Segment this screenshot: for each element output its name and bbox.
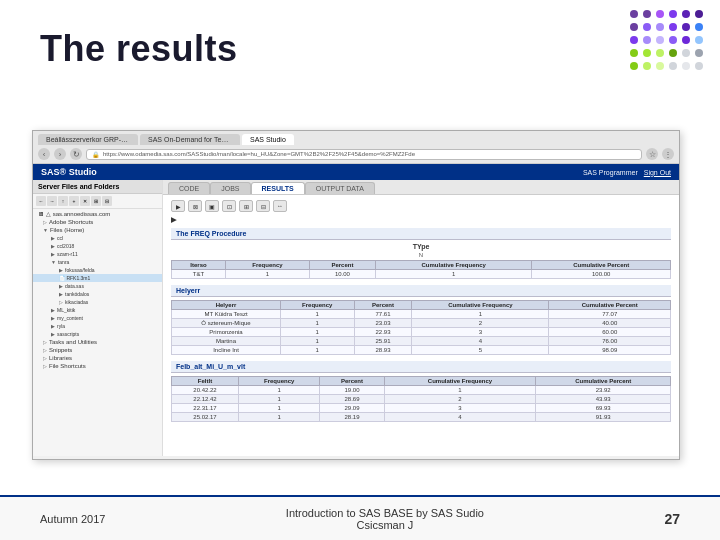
table-cell: 20.42.22 bbox=[172, 386, 239, 395]
toolbar-back[interactable]: ← bbox=[36, 196, 46, 206]
table-cell: 28.93 bbox=[354, 346, 412, 355]
browser-tab-3-active[interactable]: SAS Studio bbox=[242, 134, 294, 145]
table-cell: 5 bbox=[412, 346, 549, 355]
browser-tab-1[interactable]: Beállásszerverkor GRP-ból ... bbox=[38, 134, 138, 145]
tree-tanra[interactable]: ▼tanra bbox=[33, 258, 162, 266]
table-cell: T&T bbox=[172, 270, 226, 279]
tree-ml[interactable]: ▶ML_kitik bbox=[33, 306, 162, 314]
sign-out-button[interactable]: Sign Out bbox=[644, 169, 671, 176]
table-cell: 2 bbox=[412, 319, 549, 328]
col-helyerr: Helyerr bbox=[172, 301, 281, 310]
tree-kikaciadas[interactable]: ▷kikaciadas bbox=[33, 298, 162, 306]
decorative-dot bbox=[630, 36, 638, 44]
tree-libraries[interactable]: ▷Libraries bbox=[33, 354, 162, 362]
tab-output-data[interactable]: OUTPUT DATA bbox=[305, 182, 375, 194]
sas-studio-main: Server Files and Folders ← → ↑ + ✕ ⊞ ⊟ 🖥… bbox=[33, 180, 679, 456]
decorative-dot bbox=[656, 36, 664, 44]
browser-chrome: Beállásszerverkor GRP-ból ... SAS On-Dem… bbox=[33, 131, 679, 164]
table-cell: Ó sztereum-Mique bbox=[172, 319, 281, 328]
address-bar[interactable]: 🔒 https://www.odamedia.sas.com/SASStudio… bbox=[86, 149, 642, 160]
left-panel-header: Server Files and Folders bbox=[33, 180, 162, 194]
tree-tasks[interactable]: ▷Tasks and Utilities bbox=[33, 338, 162, 346]
toc-label: ▶ bbox=[171, 216, 671, 224]
back-button[interactable]: ‹ bbox=[38, 148, 50, 160]
decorative-dot bbox=[669, 62, 677, 70]
table-cell: 1 bbox=[238, 395, 319, 404]
decorative-dot bbox=[630, 10, 638, 18]
tree-szam[interactable]: ▶szam-r11 bbox=[33, 250, 162, 258]
toolbar-forward[interactable]: → bbox=[47, 196, 57, 206]
table-cell: 40.00 bbox=[549, 319, 671, 328]
table-cell: Incline Int bbox=[172, 346, 281, 355]
table-cell: 1 bbox=[281, 337, 354, 346]
decorative-dot bbox=[669, 49, 677, 57]
col-frequency3: Frequency bbox=[238, 377, 319, 386]
file-tree: 🖥△ sas.annoedissas.com ▷Adobe Shortcuts … bbox=[33, 209, 162, 370]
tree-snippets[interactable]: ▷Snippets bbox=[33, 346, 162, 354]
tree-rfk[interactable]: 📄 RFK1.3m1 bbox=[33, 274, 162, 282]
collapse-btn[interactable]: ⊟ bbox=[256, 200, 270, 212]
table-cell: 23.92 bbox=[536, 386, 671, 395]
table-row: 22.31.17129.09369.93 bbox=[172, 404, 671, 413]
table-cell: 22.31.17 bbox=[172, 404, 239, 413]
tree-files-home[interactable]: ▼Files (Home) bbox=[33, 226, 162, 234]
star-button[interactable]: ☆ bbox=[646, 148, 658, 160]
table-cell: 77.61 bbox=[354, 310, 412, 319]
save-btn[interactable]: ⊠ bbox=[188, 200, 202, 212]
browser-tab-2[interactable]: SAS On-Demand for Teac... bbox=[140, 134, 240, 145]
table-cell: 1 bbox=[384, 386, 536, 395]
table-row: 22.12.42128.69243.93 bbox=[172, 395, 671, 404]
tree-ryla[interactable]: ▶ryla bbox=[33, 322, 162, 330]
tree-ccl[interactable]: ▶ccl bbox=[33, 234, 162, 242]
table-cell: 1 bbox=[375, 270, 531, 279]
tree-tankodalos[interactable]: ▶tankódalos bbox=[33, 290, 162, 298]
fit-btn[interactable]: ↔ bbox=[273, 200, 287, 212]
tree-data-sas[interactable]: ▶data.sas bbox=[33, 282, 162, 290]
decorative-dot bbox=[630, 62, 638, 70]
run-btn[interactable]: ▶ bbox=[171, 200, 185, 212]
table-cell: 91.93 bbox=[536, 413, 671, 422]
tree-file-shortcuts[interactable]: ▷File Shortcuts bbox=[33, 362, 162, 370]
tab-code[interactable]: CODE bbox=[168, 182, 210, 194]
toolbar-add[interactable]: + bbox=[69, 196, 79, 206]
col-frequency2: Frequency bbox=[281, 301, 354, 310]
tree-fokusas[interactable]: ▶fokusas/felda bbox=[33, 266, 162, 274]
expand-btn[interactable]: ⊞ bbox=[239, 200, 253, 212]
tab-jobs[interactable]: JOBS bbox=[210, 182, 250, 194]
table-cell: 22.93 bbox=[354, 328, 412, 337]
tree-my-content[interactable]: ▶my_content bbox=[33, 314, 162, 322]
table-cell: 29.09 bbox=[320, 404, 384, 413]
forward-button[interactable]: › bbox=[54, 148, 66, 160]
menu-button[interactable]: ⋮ bbox=[662, 148, 674, 160]
tree-sasscripts[interactable]: ▶sasscripts bbox=[33, 330, 162, 338]
tree-ccl2018[interactable]: ▶ccl2018 bbox=[33, 242, 162, 250]
toolbar-collapse[interactable]: ⊟ bbox=[102, 196, 112, 206]
tab-bar: CODE JOBS RESULTS OUTPUT DATA bbox=[163, 180, 679, 195]
table-cell: 3 bbox=[384, 404, 536, 413]
toolbar-close[interactable]: ✕ bbox=[80, 196, 90, 206]
print-btn[interactable]: ⊡ bbox=[222, 200, 236, 212]
col-frequency: Frequency bbox=[226, 261, 310, 270]
decorative-dot bbox=[682, 10, 690, 18]
col-iterso: Iterso bbox=[172, 261, 226, 270]
table-cell: 1 bbox=[412, 310, 549, 319]
toolbar-up[interactable]: ↑ bbox=[58, 196, 68, 206]
tree-server[interactable]: 🖥△ sas.annoedissas.com bbox=[33, 209, 162, 218]
table-cell: Primonzenia bbox=[172, 328, 281, 337]
table-cell: 19.00 bbox=[320, 386, 384, 395]
refresh-button[interactable]: ↻ bbox=[70, 148, 82, 160]
tree-adobe[interactable]: ▷Adobe Shortcuts bbox=[33, 218, 162, 226]
decorative-dot bbox=[643, 36, 651, 44]
table-cell: 1 bbox=[281, 328, 354, 337]
felb-section-header: Felb_alt_Mi_U_m_vlt bbox=[171, 361, 671, 373]
decorative-dot bbox=[656, 23, 664, 31]
left-panel-toolbar: ← → ↑ + ✕ ⊞ ⊟ bbox=[33, 194, 162, 209]
decorative-dot bbox=[656, 62, 664, 70]
col-cum-pct2: Cumulative Percent bbox=[549, 301, 671, 310]
toolbar-expand[interactable]: ⊞ bbox=[91, 196, 101, 206]
table-row: 25.02.17128.19491.93 bbox=[172, 413, 671, 422]
tab-results[interactable]: RESULTS bbox=[251, 182, 305, 194]
decorative-dot bbox=[695, 62, 703, 70]
open-btn[interactable]: ▣ bbox=[205, 200, 219, 212]
table-cell: 98.09 bbox=[549, 346, 671, 355]
